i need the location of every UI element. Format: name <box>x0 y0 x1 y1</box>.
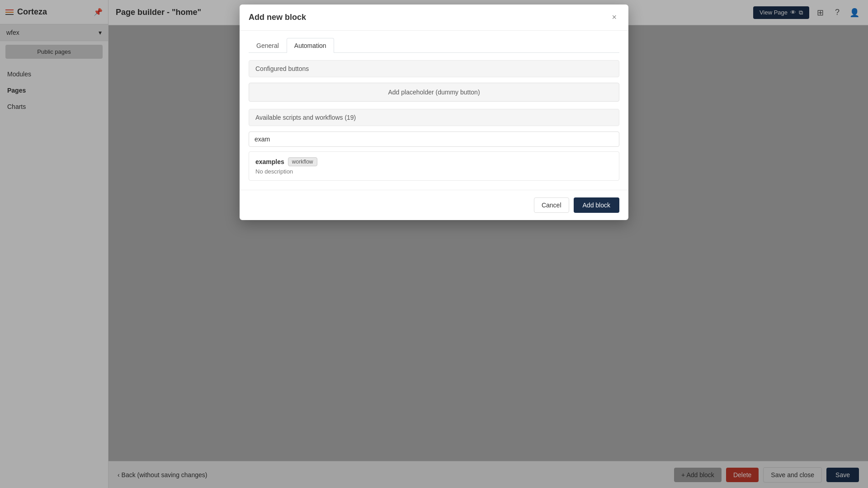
tab-automation[interactable]: Automation <box>287 38 334 53</box>
modal-title: Add new block <box>249 13 306 22</box>
script-item-header: examples workflow <box>255 157 613 166</box>
add-block-modal: Add new block × General Automation Confi… <box>240 5 628 220</box>
tab-general[interactable]: General <box>249 38 287 53</box>
modal-close-button[interactable]: × <box>609 12 619 23</box>
script-description: No description <box>255 168 613 175</box>
modal-overlay: Add new block × General Automation Confi… <box>0 0 868 488</box>
script-item: examples workflow No description <box>249 151 619 181</box>
modal-header: Add new block × <box>240 5 628 31</box>
cancel-button[interactable]: Cancel <box>534 197 569 213</box>
script-badge: workflow <box>288 157 317 166</box>
modal-footer: Cancel Add block <box>240 190 628 220</box>
search-input[interactable] <box>249 131 619 147</box>
script-name: examples <box>255 158 284 165</box>
modal-body: General Automation Configured buttons Ad… <box>240 31 628 190</box>
add-placeholder-button[interactable]: Add placeholder (dummy button) <box>249 83 619 102</box>
add-block-modal-button[interactable]: Add block <box>574 197 619 213</box>
configured-buttons-header: Configured buttons <box>249 60 619 77</box>
modal-tabs: General Automation <box>249 31 619 53</box>
available-scripts-header: Available scripts and workflows (19) <box>249 109 619 126</box>
